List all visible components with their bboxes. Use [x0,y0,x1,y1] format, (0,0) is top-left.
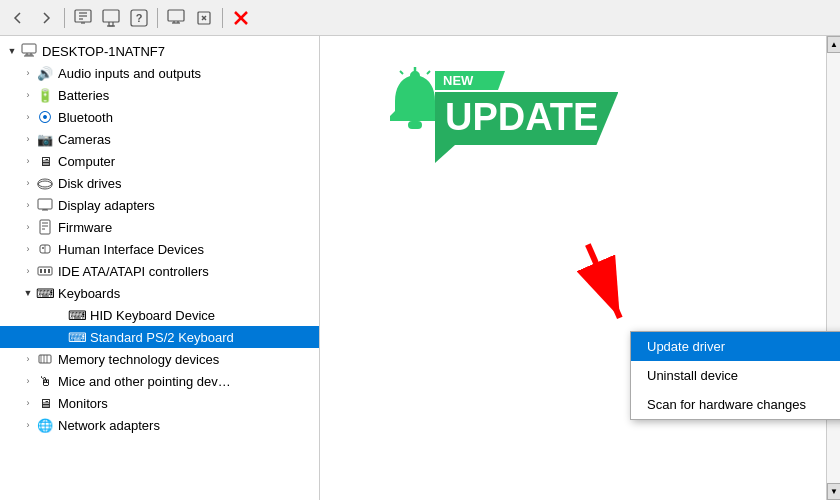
svg-point-23 [38,179,52,187]
displayadapters-item[interactable]: › Display adapters [0,194,319,216]
update-driver-menu-item[interactable]: Update driver [631,332,840,361]
hid-icon [36,240,54,258]
firmware-item[interactable]: › Firmware [0,216,319,238]
svg-rect-18 [22,44,36,53]
svg-rect-41 [48,269,50,273]
update-label: UPDATE [445,96,598,138]
batteries-label: Batteries [58,88,109,103]
monitors-expand-arrow[interactable]: › [20,395,36,411]
help-button[interactable]: ? [127,6,151,30]
keyboards-icon: ⌨ [36,284,54,302]
scan-hardware-label: Scan for hardware changes [647,397,806,412]
svg-point-26 [38,181,52,189]
ide-item[interactable]: › IDE ATA/ATAPI controllers [0,260,319,282]
svg-rect-27 [38,199,52,209]
computer-device-icon [20,42,38,60]
separator-3 [222,8,223,28]
firmware-label: Firmware [58,220,112,235]
update-driver-label: Update driver [647,339,725,354]
root-expand-arrow[interactable]: ▼ [4,43,20,59]
firmware-icon [36,218,54,236]
device-tree[interactable]: ▼ DESKTOP-1NATNF7 › 🔊 Audio inputs and o… [0,36,320,500]
computer-label: Computer [58,154,115,169]
bluetooth-expand-arrow[interactable]: › [20,109,36,125]
hid-expand-arrow[interactable]: › [20,241,36,257]
forward-button[interactable] [34,6,58,30]
audio-icon: 🔊 [36,64,54,82]
audio-expand-arrow[interactable]: › [20,65,36,81]
audio-label: Audio inputs and outputs [58,66,201,81]
scroll-down-button[interactable]: ▼ [827,483,840,500]
cameras-label: Cameras [58,132,111,147]
keyboards-item[interactable]: ▼ ⌨ Keyboards [0,282,319,304]
displayadapters-icon [36,196,54,214]
svg-text:?: ? [136,12,143,24]
monitors-item[interactable]: › 🖥 Monitors [0,392,319,414]
computer-expand-arrow[interactable]: › [20,153,36,169]
hid-item[interactable]: › Human Interface Devices [0,238,319,260]
monitors-icon: 🖥 [36,394,54,412]
bluetooth-item[interactable]: › ⦿ Bluetooth [0,106,319,128]
keyboards-expand-arrow[interactable]: ▼ [20,285,36,301]
uninstall-device-menu-item[interactable]: Uninstall device [631,361,840,390]
svg-line-48 [565,244,642,317]
network-expand-arrow[interactable]: › [20,417,36,433]
diskdrives-icon [36,174,54,192]
ide-icon [36,262,54,280]
memory-expand-arrow[interactable]: › [20,351,36,367]
svg-point-37 [42,247,44,249]
memory-item[interactable]: › Memory technology devices [0,348,319,370]
cameras-expand-arrow[interactable]: › [20,131,36,147]
ps2-keyboard-label: Standard PS/2 Keyboard [90,330,234,345]
update-driver-toolbar-button[interactable] [99,6,123,30]
network-item[interactable]: › 🌐 Network adapters [0,414,319,436]
cameras-item[interactable]: › 📷 Cameras [0,128,319,150]
mice-item[interactable]: › 🖱 Mice and other pointing dev… [0,370,319,392]
main-area: ▼ DESKTOP-1NATNF7 › 🔊 Audio inputs and o… [0,36,840,500]
displayadapters-expand-arrow[interactable]: › [20,197,36,213]
mice-expand-arrow[interactable]: › [20,373,36,389]
keyboards-label: Keyboards [58,286,120,301]
red-arrow-svg [556,238,658,335]
firmware-expand-arrow[interactable]: › [20,219,36,235]
update-banner: NEW UPDATE [435,71,618,163]
svg-rect-40 [44,269,46,273]
properties-button[interactable] [71,6,95,30]
bluetooth-label: Bluetooth [58,110,113,125]
hid-keyboard-item[interactable]: › ⌨ HID Keyboard Device [0,304,319,326]
ide-expand-arrow[interactable]: › [20,263,36,279]
batteries-expand-arrow[interactable]: › [20,87,36,103]
right-panel: NEW UPDATE Update dr [320,36,840,500]
batteries-item[interactable]: › 🔋 Batteries [0,84,319,106]
computer-icon-button[interactable] [164,6,188,30]
computer-icon: 🖥 [36,152,54,170]
bluetooth-icon: ⦿ [36,108,54,126]
mice-icon: 🖱 [36,372,54,390]
displayadapters-label: Display adapters [58,198,155,213]
network-icon: 🌐 [36,416,54,434]
context-menu: Update driver Uninstall device Scan for … [630,331,840,420]
svg-rect-31 [40,220,50,234]
svg-rect-46 [408,121,422,129]
svg-rect-9 [168,10,184,21]
computer-item[interactable]: › 🖥 Computer [0,150,319,172]
separator-2 [157,8,158,28]
toolbar: ? [0,0,840,36]
delete-button[interactable] [229,6,253,30]
uninstall-button[interactable] [192,6,216,30]
root-item[interactable]: ▼ DESKTOP-1NATNF7 [0,40,319,62]
right-scrollbar[interactable]: ▲ ▼ [826,36,840,500]
diskdrives-expand-arrow[interactable]: › [20,175,36,191]
audio-item[interactable]: › 🔊 Audio inputs and outputs [0,62,319,84]
monitors-label: Monitors [58,396,108,411]
new-badge: NEW [435,71,505,90]
scan-hardware-menu-item[interactable]: Scan for hardware changes [631,390,840,419]
banner-tail [435,145,455,163]
batteries-icon: 🔋 [36,86,54,104]
back-button[interactable] [6,6,30,30]
diskdrives-item[interactable]: › Disk drives [0,172,319,194]
scroll-up-button[interactable]: ▲ [827,36,840,53]
cameras-icon: 📷 [36,130,54,148]
network-label: Network adapters [58,418,160,433]
ps2-keyboard-item[interactable]: › ⌨ Standard PS/2 Keyboard [0,326,319,348]
